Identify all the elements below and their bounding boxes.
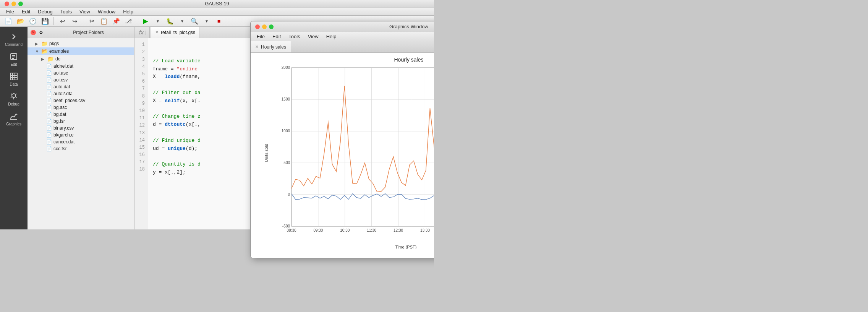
gw-tab-bar: ✕ Hourly sales	[251, 41, 434, 53]
sidebar-item-data-label: Data	[10, 82, 18, 86]
close-button[interactable]	[5, 2, 9, 6]
tree-item-bg-asc[interactable]: 📄 bg.asc	[28, 104, 134, 111]
tree-item-bg-fsr[interactable]: 📄 bg.fsr	[28, 118, 134, 125]
gw-menu-tools[interactable]: Tools	[285, 33, 303, 40]
panel-header: ✕ ⚙ Project Folders	[28, 27, 134, 38]
tree-item-auto-dat[interactable]: 📄 auto.dat	[28, 83, 134, 90]
run-options-button[interactable]: ▼	[152, 16, 163, 26]
gw-close-button[interactable]	[255, 24, 260, 29]
sidebar-item-command-label: Command	[5, 42, 23, 47]
stop-button[interactable]: ■	[214, 16, 224, 26]
maximize-button[interactable]	[18, 2, 23, 6]
folder-icon-dc: 📁	[47, 56, 54, 62]
menu-edit[interactable]: Edit	[19, 8, 33, 15]
debug-button[interactable]: 🐛	[165, 16, 175, 26]
menu-view[interactable]: View	[76, 8, 93, 15]
sidebar-item-debug[interactable]: Debug	[1, 89, 26, 109]
open-button[interactable]: 📂	[15, 16, 26, 26]
file-icon-ccc: 📄	[46, 146, 52, 151]
cut-button[interactable]: ✂	[86, 16, 97, 26]
minimize-button[interactable]	[11, 2, 16, 6]
tree-item-cancer[interactable]: 📄 cancer.dat	[28, 138, 134, 145]
folder-icon-pkgs: 📁	[41, 41, 48, 47]
gw-tab-close-icon[interactable]: ✕	[255, 44, 259, 49]
menu-file[interactable]: File	[3, 8, 17, 15]
tab-close-icon[interactable]: ✕	[155, 30, 159, 35]
tree-item-bkgarch[interactable]: 📄 bkgarch.e	[28, 132, 134, 138]
svg-rect-4	[10, 73, 17, 80]
sidebar-item-graphics[interactable]: Graphics	[1, 109, 26, 128]
tree-label-pkgs: pkgs	[49, 41, 59, 46]
svg-line-13	[11, 97, 12, 98]
tree-label-examples: examples	[49, 49, 69, 54]
tree-label-aoi-csv: aoi.csv	[53, 77, 68, 83]
fx-area: fx |	[136, 27, 150, 38]
format-button[interactable]: ⎇	[123, 16, 134, 26]
tree-item-binary[interactable]: 📄 binary.csv	[28, 125, 134, 132]
tree-item-auto2[interactable]: 📄 auto2.dta	[28, 90, 134, 97]
expand-icon-dc: ▶	[41, 57, 46, 61]
debug-options-button[interactable]: ▼	[177, 16, 188, 26]
file-icon-aldnel: 📄	[46, 63, 52, 69]
tree-item-aldnel[interactable]: 📄 aldnel.dat	[28, 63, 134, 70]
tree-item-bg-dat[interactable]: 📄 bg.dat	[28, 111, 134, 118]
tree-label-beef: beef_prices.csv	[53, 98, 85, 103]
fx-separator: |	[145, 29, 146, 35]
editor-tab-retail[interactable]: ✕ retail_ts_plot.gss	[151, 27, 199, 38]
menu-bar: File Edit Debug Tools View Window Help	[0, 8, 434, 16]
copy-button[interactable]: 📋	[99, 16, 109, 26]
tree-item-pkgs[interactable]: ▶ 📁 pkgs	[28, 40, 134, 47]
tree-label-bg-asc: bg.asc	[53, 105, 67, 110]
gw-tab-hourly[interactable]: ✕ Hourly sales	[251, 41, 291, 52]
recent-button[interactable]: 🕐	[28, 16, 38, 26]
gw-max-button[interactable]	[269, 24, 274, 29]
save-button[interactable]: 💾	[40, 16, 50, 26]
sidebar-item-edit[interactable]: Edit	[1, 50, 26, 69]
menu-window[interactable]: Window	[95, 8, 118, 15]
sidebar-item-command[interactable]: Command	[1, 30, 26, 49]
fx-label: fx	[139, 29, 144, 36]
tree-label-bg-fsr: bg.fsr	[53, 119, 65, 124]
file-icon-bkgarch: 📄	[46, 132, 52, 138]
menu-help[interactable]: Help	[120, 8, 136, 15]
menu-debug[interactable]: Debug	[35, 8, 55, 15]
tree-label-aldnel: aldnel.dat	[53, 63, 73, 69]
chart-title: Hourly sales	[254, 57, 434, 63]
browse-button[interactable]: 🔍	[189, 16, 200, 26]
sidebar-item-data[interactable]: Data	[1, 70, 26, 89]
tree-label-auto-dat: auto.dat	[53, 84, 70, 89]
tree-label-bkgarch: bkgarch.e	[53, 132, 74, 138]
gw-menu-view[interactable]: View	[305, 33, 322, 40]
project-panel: ✕ ⚙ Project Folders ▶ 📁 pkgs ▼	[28, 27, 134, 229]
separator-3	[137, 17, 137, 25]
gw-menu-file[interactable]: File	[254, 33, 268, 40]
tree-label-aoi-asc: aoi.asc	[53, 70, 68, 76]
chart-area: Hourly sales Units sold Sales volume (10…	[254, 57, 434, 254]
gw-menu-edit[interactable]: Edit	[269, 33, 284, 40]
undo-button[interactable]: ↩	[57, 16, 68, 26]
chart-canvas	[275, 65, 434, 241]
file-icon-auto2: 📄	[46, 91, 52, 96]
svg-line-14	[16, 97, 17, 98]
tree-item-aoi-asc[interactable]: 📄 aoi.asc	[28, 70, 134, 76]
panel-close-button[interactable]: ✕	[31, 30, 36, 35]
tree-item-ccc[interactable]: 📄 ccc.fsr	[28, 145, 134, 152]
gw-min-button[interactable]	[262, 24, 267, 29]
paste-button[interactable]: 📌	[111, 16, 121, 26]
svg-line-12	[16, 94, 16, 94]
file-icon-bg-asc: 📄	[46, 105, 52, 110]
menu-tools[interactable]: Tools	[57, 8, 75, 15]
file-icon-aoi-asc: 📄	[46, 70, 52, 76]
tree-item-aoi-csv[interactable]: 📄 aoi.csv	[28, 76, 134, 83]
file-icon-beef: 📄	[46, 98, 52, 103]
new-button[interactable]: 📄	[3, 16, 14, 26]
tree-item-dc[interactable]: ▶ 📁 dc	[28, 55, 134, 63]
panel-settings-button[interactable]: ⚙	[38, 30, 44, 35]
redo-button[interactable]: ↪	[69, 16, 80, 26]
tree-item-examples[interactable]: ▼ 📂 examples	[28, 47, 134, 55]
browse-options-button[interactable]: ▼	[201, 16, 212, 26]
file-icon-auto-dat: 📄	[46, 84, 52, 89]
gw-menu-help[interactable]: Help	[323, 33, 340, 40]
run-button[interactable]: ▶	[140, 16, 151, 26]
tree-item-beef[interactable]: 📄 beef_prices.csv	[28, 97, 134, 104]
